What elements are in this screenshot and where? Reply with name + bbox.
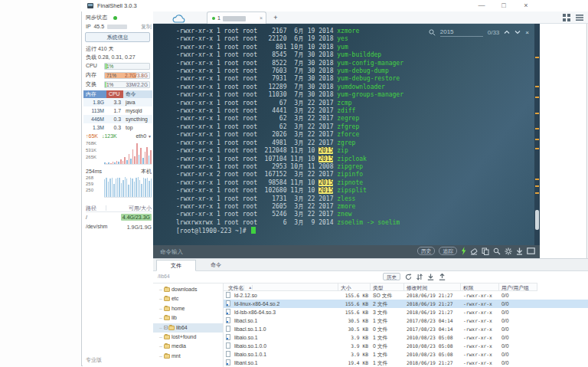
tab-label: 1 [217, 15, 220, 21]
file-row[interactable]: ld-lsb-x86-64.so.3155.6 KB3 文件2018/06/19… [224, 308, 588, 316]
settings-gear-icon[interactable] [505, 247, 512, 255]
file-row[interactable]: libaio.so.1.0.03.9 KB0 文件2010/08/23 05:0… [224, 342, 588, 350]
file-row[interactable]: libaio.so.1.0.13.9 KB1 文件2010/08/23 05:0… [224, 350, 588, 359]
terminal-line: -rwxr-xr-x 1 root root 2026 3月 22 2017 z… [176, 131, 403, 139]
file-row[interactable]: ld-2.12.so155.6 KBSO 文件2018/06/19 21:27-… [224, 291, 588, 300]
search-input[interactable]: 2015 [440, 28, 483, 37]
chart-bar [118, 162, 119, 164]
tree-item-home[interactable]: –home [153, 304, 223, 313]
follow-button[interactable]: 追踪 [439, 247, 457, 255]
tab-command[interactable]: 命令 [198, 260, 234, 271]
interface-selector[interactable]: eth0 ▼ [136, 133, 152, 140]
close-button[interactable]: × [520, 1, 532, 11]
col-permissions[interactable]: 权限 [461, 283, 499, 290]
maximize-button[interactable]: □ [498, 1, 510, 11]
proc-col-command[interactable]: 命令 [123, 90, 152, 98]
proc-col-memory[interactable]: 内存 [83, 90, 106, 98]
tab-close-icon[interactable]: × [260, 12, 263, 24]
col-mtime[interactable]: 修改时间 [404, 283, 461, 290]
terminal-line: -rwxr-xr-x 1 root root 62 3月 22 2017 zeg… [176, 115, 403, 123]
disk-col-path: 路径 [86, 205, 96, 211]
copy-ip-link[interactable]: 复制 [141, 23, 152, 31]
refresh-icon[interactable] [405, 274, 412, 280]
col-size[interactable]: 大小 [338, 283, 371, 290]
chart-bar [122, 161, 124, 164]
clear-screen-icon[interactable] [470, 247, 478, 255]
file-row[interactable]: libaio.so.13.9 KB1 文件2010/08/23 05:08-rw… [224, 333, 588, 342]
col-type[interactable]: 类型 [371, 283, 404, 290]
col-filename[interactable]: 文件名 ▲ [224, 283, 338, 290]
tree-item-etc[interactable]: –etc [153, 294, 223, 303]
command-input[interactable]: 命令输入 [160, 248, 183, 256]
disk-path: /dev/shm [86, 224, 107, 229]
tree-connector: – [159, 325, 162, 330]
search-match: 2017 [318, 107, 333, 114]
search-close-icon[interactable]: × [525, 29, 529, 36]
ip-value: 45.5 [93, 24, 104, 29]
search-match: 2018 [318, 35, 333, 42]
tree-connector: – [159, 334, 162, 339]
process-row[interactable]: 446M0.3syncthing [83, 115, 152, 123]
folder-icon [168, 326, 175, 330]
chart-bar [109, 179, 110, 197]
history-button[interactable]: 历史 [417, 247, 436, 255]
col-user-group[interactable]: 用户/用户组 [499, 283, 537, 290]
disk-row: /4.4G/23.3G [86, 213, 152, 221]
lightning-icon[interactable] [461, 247, 466, 255]
terminal[interactable]: -rwxr-xr-x 1 root root 2167 6月 19 2014 x… [153, 24, 540, 245]
folder-icon [164, 287, 170, 292]
file-icon [226, 342, 230, 349]
tree-label: media [172, 343, 186, 349]
process-row[interactable]: 113M1.7mysqld [83, 106, 152, 115]
folder-icon [164, 354, 170, 359]
process-row[interactable]: 1.8G3.3java [83, 98, 152, 106]
minimize-button[interactable]: — [475, 1, 488, 11]
expand-icon[interactable]: + [164, 326, 168, 329]
chart-bar [145, 152, 146, 165]
terminal-tab[interactable]: 1 × [207, 11, 266, 24]
fullscreen-icon[interactable] [527, 247, 535, 254]
find-icon[interactable] [493, 247, 501, 255]
tree-item-lib[interactable]: –lib [153, 313, 223, 323]
download-file-icon[interactable] [427, 274, 434, 280]
terminal-scrollbar[interactable] [534, 24, 540, 245]
swap-value: 33M/2.2G [126, 82, 148, 88]
chart-bar [150, 150, 152, 164]
file-name: zipnote [333, 179, 363, 186]
tab-files[interactable]: 文件 [156, 260, 196, 271]
ping-chart: 268 259 250 [84, 175, 152, 198]
tree-item-lib64[interactable]: –+lib64 [153, 323, 223, 333]
download-icon[interactable] [516, 247, 523, 255]
file-row[interactable]: libanl.so.119.4 KB1 文件2018/06/19 21:27-r… [224, 359, 588, 367]
system-info-button[interactable]: 系统信息 [85, 32, 150, 42]
tree-item-mnt[interactable]: –mnt [153, 352, 223, 361]
scrollbar-thumb[interactable] [535, 210, 539, 230]
search-next-icon[interactable] [514, 30, 521, 34]
file-name: yum [333, 44, 348, 51]
file-row[interactable]: libacl.so.1.1.030.5 KB0 文件2017/08/23 04:… [224, 325, 588, 333]
chart-bar [149, 181, 149, 197]
transfer-icon[interactable] [416, 274, 423, 280]
proc-col-cpu[interactable]: CPU [106, 90, 123, 98]
tab-status-dot [212, 17, 215, 20]
file-name: yumdownloader [333, 84, 384, 90]
grid-layout-icon[interactable] [563, 14, 570, 21]
add-tab-button[interactable]: + [270, 13, 281, 23]
file-history-button[interactable]: 历史 [383, 273, 400, 280]
connection-manager-icon[interactable] [172, 13, 187, 22]
search-prev-icon[interactable] [504, 30, 510, 34]
tree-label: mnt [172, 353, 181, 359]
upload-file-icon[interactable] [439, 274, 446, 280]
file-row[interactable]: libacl.so.130.5 KB1 文件2017/08/23 04:14-r… [224, 316, 588, 325]
symlink-file-icon [226, 317, 230, 323]
tree-item-media[interactable]: –media [153, 342, 223, 351]
search-match: 2015 [318, 156, 333, 162]
copy-paste-icon[interactable] [482, 247, 489, 255]
search-match: 2015 [318, 179, 333, 186]
tree-item-lost+found[interactable]: –lost+found [153, 333, 223, 342]
process-row[interactable]: 1.3M0.3top [83, 123, 152, 132]
file-row[interactable]: ld-linux-x86-64.so.2155.6 KB2 文件2018/06/… [224, 300, 588, 308]
file-name: zgrep [333, 139, 355, 146]
tree-item-downloads[interactable]: –downloads [153, 285, 223, 294]
menu-icon[interactable] [576, 14, 583, 21]
